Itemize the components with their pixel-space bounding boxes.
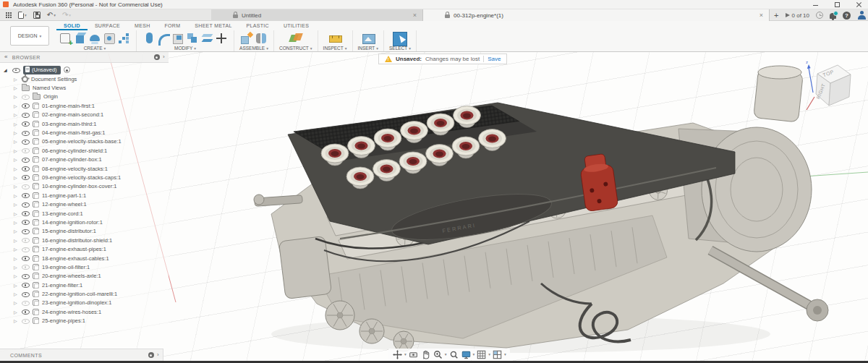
maximize-button[interactable] <box>835 2 840 7</box>
browser-item[interactable]: ▷24-engine-wires-hoses:1 <box>0 307 169 316</box>
redo-button[interactable]: ↷▾ <box>62 12 71 19</box>
browser-item[interactable]: ▷13-engine-cord:1 <box>0 209 169 218</box>
expand-arrow-icon[interactable]: ▷ <box>14 211 19 216</box>
visibility-eye-icon[interactable] <box>22 273 30 279</box>
expand-arrow-icon[interactable]: ▷ <box>14 220 19 225</box>
dropdown-caret-icon[interactable]: ▾ <box>504 352 506 356</box>
ribbon-group-label-create[interactable]: CREATE▾ <box>84 46 106 51</box>
visibility-eye-icon[interactable] <box>22 255 30 262</box>
ribbon-tab-surface[interactable]: SURFACE <box>88 21 127 30</box>
visibility-eye-icon[interactable] <box>22 309 30 315</box>
extrude-icon[interactable] <box>73 31 88 46</box>
expand-arrow-icon[interactable]: ▷ <box>14 273 19 278</box>
browser-item[interactable]: ▷19-engine-oil-filter:1 <box>0 262 169 271</box>
activate-component-radio[interactable] <box>64 67 70 73</box>
browser-header[interactable]: « BROWSER › <box>0 52 169 63</box>
visibility-eye-icon[interactable] <box>22 264 30 270</box>
grid-snaps-icon[interactable] <box>476 349 487 359</box>
visibility-eye-icon[interactable] <box>22 317 30 324</box>
browser-item[interactable]: ▷Named Views <box>0 83 169 92</box>
ribbon-tab-solid[interactable]: SOLID <box>56 21 88 30</box>
workspace-selector[interactable]: DESIGN▾ <box>10 26 49 46</box>
select-icon[interactable] <box>391 31 409 46</box>
visibility-eye-icon[interactable] <box>22 246 30 252</box>
ribbon-tab-sheet-metal[interactable]: SHEET METAL <box>187 21 239 30</box>
dropdown-caret-icon[interactable]: ▾ <box>404 352 407 356</box>
root-document-chip[interactable]: (Unsaved) <box>23 66 61 74</box>
document-tab-untitled[interactable]: Untitled × <box>211 9 423 21</box>
expand-arrow-icon[interactable]: ▷ <box>14 300 19 305</box>
browser-item[interactable]: ▷03-engine-main-third:1 <box>0 119 169 128</box>
browser-item[interactable]: ▷14-engine-ignition-rotor:1 <box>0 218 169 226</box>
ribbon-group-label-construct[interactable]: CONSTRUCT▾ <box>279 46 312 51</box>
display-settings-icon[interactable] <box>461 349 472 359</box>
expand-arrow-icon[interactable]: ▷ <box>14 175 19 180</box>
browser-item[interactable]: ▷18-engine-exhaust-cables:1 <box>0 254 169 262</box>
expand-arrow-icon[interactable]: ▷ <box>14 121 19 127</box>
expand-arrow-icon[interactable]: ▷ <box>14 157 19 162</box>
save-button[interactable]: Save <box>488 56 501 62</box>
hole-icon[interactable] <box>102 31 116 46</box>
ribbon-group-label-modify[interactable]: MODIFY▾ <box>174 46 196 51</box>
panel-expand-icon[interactable]: › <box>163 54 165 60</box>
visibility-eye-icon[interactable] <box>22 210 30 217</box>
viewport-3d[interactable]: FERRARI Unsaved: Changes may be lost Sav… <box>0 52 868 361</box>
visibility-eye-icon[interactable] <box>22 129 30 136</box>
panel-options-icon[interactable] <box>148 352 154 358</box>
expand-arrow-icon[interactable]: ▷ <box>14 148 19 153</box>
dropdown-caret-icon[interactable]: ▾ <box>473 352 475 356</box>
expand-arrow-icon[interactable]: ▷ <box>14 184 19 189</box>
visibility-eye-icon[interactable] <box>12 67 20 73</box>
zoom-icon[interactable] <box>433 349 443 359</box>
visibility-eye-icon[interactable] <box>22 148 30 154</box>
browser-item[interactable]: ▷25-engine-pipes:1 <box>0 317 169 325</box>
look-at-icon[interactable] <box>408 349 419 359</box>
expand-arrow-icon[interactable]: ▷ <box>14 265 19 270</box>
shell-icon[interactable] <box>171 31 185 46</box>
save-icon[interactable] <box>33 12 41 19</box>
visibility-eye-icon[interactable] <box>22 103 30 109</box>
visibility-eye-icon[interactable] <box>22 282 30 289</box>
ribbon-tab-mesh[interactable]: MESH <box>127 21 157 30</box>
browser-item[interactable]: ▷11-engine-part-1:1 <box>0 191 169 200</box>
ribbon-tab-utilities[interactable]: UTILITIES <box>276 21 316 30</box>
engine-model[interactable]: FERRARI <box>254 66 828 353</box>
visibility-eye-icon[interactable] <box>22 228 30 234</box>
visibility-eye-icon[interactable] <box>22 111 30 118</box>
joint-icon[interactable] <box>254 31 268 46</box>
recent-activity-icon[interactable] <box>816 12 823 19</box>
grab-hand-icon[interactable] <box>420 349 431 359</box>
ribbon-group-label-insert[interactable]: INSERT▾ <box>358 46 378 51</box>
expand-arrow-icon[interactable]: ▷ <box>14 318 19 323</box>
browser-item[interactable]: ▷08-engine-velocity-stacks:1 <box>0 164 169 173</box>
expand-arrow-icon[interactable]: ▷ <box>14 77 19 82</box>
visibility-eye-icon[interactable] <box>22 237 30 244</box>
expand-arrow-icon[interactable]: ▷ <box>14 139 19 144</box>
dropdown-caret-icon[interactable]: ▾ <box>445 352 447 356</box>
visibility-eye-icon[interactable] <box>22 166 30 172</box>
document-tab-engine[interactable]: 00-312p-engine*(1) × <box>423 9 770 21</box>
expand-arrow-icon[interactable]: ▷ <box>14 247 19 252</box>
expand-arrow-icon[interactable]: ▷ <box>14 94 19 99</box>
comments-panel[interactable]: COMMENTS › <box>0 349 163 361</box>
browser-item[interactable]: ▷20-engine-wheels-axle:1 <box>0 272 169 281</box>
ribbon-group-label-assemble[interactable]: ASSEMBLE▾ <box>239 46 268 51</box>
browser-item[interactable]: ▷16-engine-distributor-shield:1 <box>0 236 169 244</box>
browser-item[interactable]: ▷09-engine-velocity-stacks-caps:1 <box>0 173 169 182</box>
browser-item[interactable]: ▷21-engine-filter:1 <box>0 281 169 289</box>
browser-item[interactable]: ▷06-engine-cylinder-shield:1 <box>0 146 169 155</box>
undo-button[interactable]: ↶▾ <box>47 12 56 19</box>
expand-arrow-icon[interactable]: ▷ <box>14 283 19 288</box>
notifications-bell-icon[interactable] <box>830 13 836 19</box>
panel-expand-icon[interactable]: › <box>157 351 159 358</box>
create-sketch-icon[interactable] <box>59 31 73 46</box>
pattern-icon[interactable] <box>116 31 131 46</box>
browser-item[interactable]: ▷23-engine-ignition-dinoplex:1 <box>0 299 169 307</box>
fillet-icon[interactable] <box>156 31 171 46</box>
expand-arrow-icon[interactable]: ▷ <box>14 112 19 117</box>
browser-item[interactable]: ▷22-engine-ignition-coil-marelli:1 <box>0 289 169 298</box>
browser-item[interactable]: ▷01-engine-main-first:1 <box>0 101 169 110</box>
file-menu-button[interactable]: ▾ <box>18 12 27 19</box>
data-panel-toggle-icon[interactable] <box>6 12 12 18</box>
move-icon[interactable] <box>214 31 229 46</box>
